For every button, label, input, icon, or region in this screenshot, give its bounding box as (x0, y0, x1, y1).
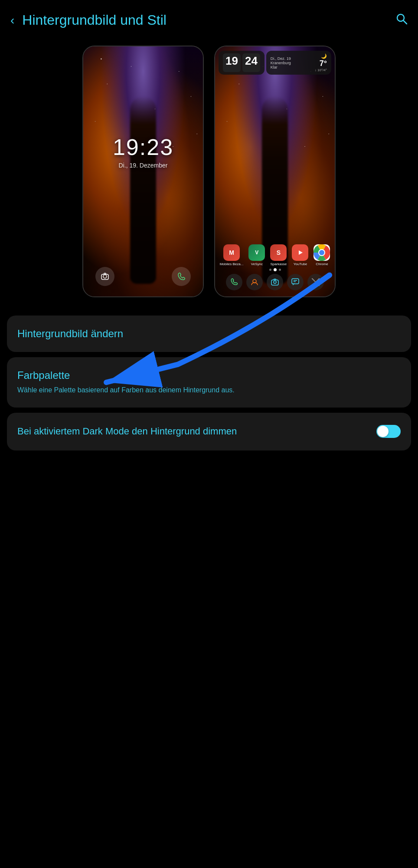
app-icon-vesync[interactable]: V VeSync (248, 244, 265, 266)
wallpaper-preview-section: 19:23 Di., 19. Dezember (0, 37, 418, 310)
messages-nav-icon[interactable] (287, 274, 304, 290)
contacts-nav-icon[interactable] (246, 274, 263, 290)
home-widgets: 19 24 Di., Dez. 19 Kranenburg Klar 🌙 7° … (219, 51, 331, 75)
sparkasse-icon: S (270, 244, 287, 261)
chrome-icon (314, 244, 330, 261)
app-icon-mobiles[interactable]: M Mobiles Beza... (220, 244, 244, 266)
page-dots (215, 268, 335, 271)
homescreen-preview[interactable]: 19 24 Di., Dez. 19 Kranenburg Klar 🌙 7° … (214, 46, 336, 297)
clock-widget: 19 24 (219, 51, 265, 75)
weather-range: ↓ 10°/4° (315, 68, 327, 72)
app-dock: M Mobiles Beza... V VeSync S Sparkasse (215, 244, 335, 266)
call-nav-icon[interactable] (226, 274, 242, 290)
color-palette-container: Farbpalette Wähle eine Palette basierend… (0, 357, 418, 408)
sparkasse-label: Sparkasse (270, 262, 287, 266)
wallpaper-change-title: Hintergrundbild ändern (17, 328, 123, 339)
clock-minute: 24 (242, 53, 260, 72)
color-palette-section[interactable]: Farbpalette Wähle eine Palette basierend… (7, 357, 411, 408)
mobiles-icon: M (223, 244, 240, 261)
vesync-label: VeSync (251, 262, 263, 266)
back-button[interactable]: ‹ (10, 13, 14, 27)
lockscreen-time: 19:23 (113, 134, 173, 160)
lockscreen-bottom-icons (83, 267, 203, 286)
svg-point-2 (103, 275, 107, 278)
mobiles-label: Mobiles Beza... (220, 262, 244, 266)
dark-mode-toggle[interactable] (376, 425, 401, 438)
lockscreen-preview[interactable]: 19:23 Di., 19. Dezember (82, 46, 204, 297)
weather-temp: 7° (315, 59, 327, 68)
search-icon[interactable] (395, 13, 408, 28)
weather-moon-icon: 🌙 (315, 53, 327, 59)
dot-3 (279, 269, 281, 271)
header: ‹ Hintergrundbild und Stil (0, 0, 418, 37)
phone-icon[interactable] (172, 267, 191, 286)
svg-rect-3 (101, 274, 108, 279)
dot-2-active (274, 268, 277, 271)
dark-mode-section[interactable]: Bei aktiviertem Dark Mode den Hintergrun… (7, 413, 411, 450)
youtube-label: YouTube (294, 262, 307, 266)
youtube-icon (292, 244, 308, 261)
page-title: Hintergrundbild und Stil (22, 12, 395, 28)
vesync-icon: V (248, 244, 265, 261)
color-palette-description: Wähle eine Palette basierend auf Farben … (17, 385, 401, 395)
wallpaper-change-section[interactable]: Hintergrundbild ändern (7, 316, 411, 352)
toggle-knob (377, 426, 389, 437)
app-icon-chrome[interactable]: Chrome (314, 244, 330, 266)
svg-point-10 (274, 281, 276, 283)
clock-hour: 19 (223, 53, 241, 72)
weather-city: Kranenburg (271, 61, 291, 65)
lockscreen-date: Di., 19. Dezember (113, 162, 173, 169)
svg-point-8 (319, 250, 324, 255)
camera-nav-icon[interactable] (267, 274, 283, 290)
app-icon-youtube[interactable]: YouTube (292, 244, 308, 266)
color-palette-title: Farbpalette (17, 369, 401, 381)
lockscreen-time-widget: 19:23 Di., 19. Dezember (113, 134, 173, 169)
svg-rect-12 (292, 279, 299, 284)
home-bottom-nav (215, 274, 335, 290)
weather-widget: Di., Dez. 19 Kranenburg Klar 🌙 7° ↓ 10°/… (266, 51, 331, 75)
settings-nav-icon[interactable] (307, 274, 324, 290)
svg-line-1 (404, 21, 407, 24)
dot-1 (269, 269, 271, 271)
weather-date: Di., Dez. 19 (271, 56, 291, 61)
chrome-label: Chrome (316, 262, 328, 266)
dark-mode-title: Bei aktiviertem Dark Mode den Hintergrun… (17, 425, 237, 438)
svg-point-0 (397, 14, 404, 21)
camera-icon[interactable] (95, 267, 114, 286)
app-icon-sparkasse[interactable]: S Sparkasse (270, 244, 287, 266)
weather-status: Klar (271, 65, 291, 69)
